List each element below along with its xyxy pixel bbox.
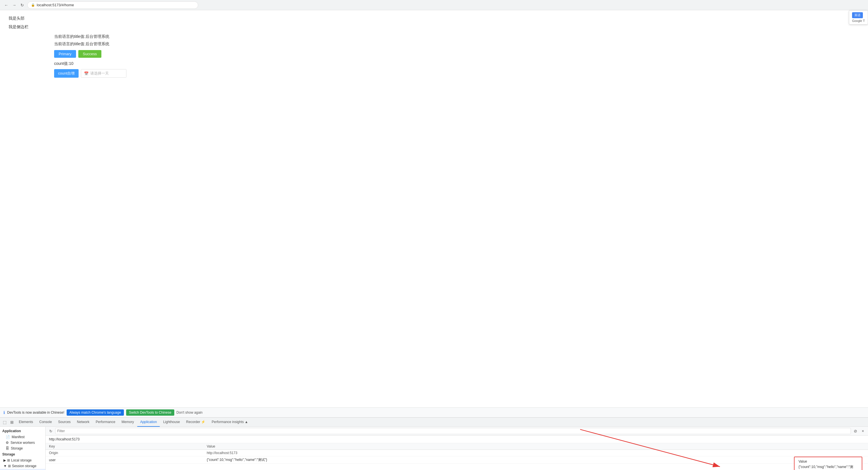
table-row[interactable]: user {"count":10,"msg":"hello","name":"测…: [45, 456, 868, 464]
tab-recorder[interactable]: Recorder ⚡: [183, 418, 209, 427]
tab-sources[interactable]: Sources: [55, 418, 73, 427]
main-content-area: 当前语言的title值:后台管理系统 当前语言的title值:后台管理系统 Pr…: [54, 34, 860, 78]
storage-url-display: http://localhost:5173: [45, 436, 868, 443]
address-bar[interactable]: 🔒 localhost:5173/#/home: [27, 1, 198, 9]
translate-widget: 英语 Google T: [849, 10, 868, 25]
storage-filter-input[interactable]: [55, 428, 851, 434]
button-row: Primary Success: [54, 50, 860, 58]
application-section-title: Application: [0, 428, 45, 434]
key-header: Key: [45, 443, 203, 450]
origin-value: http://localhost:5173: [203, 450, 868, 456]
lock-icon: 🔒: [31, 3, 35, 7]
back-button[interactable]: ←: [3, 2, 9, 8]
date-placeholder: 请选择一天: [90, 71, 109, 76]
input-row: count自增 📅 请选择一天: [54, 69, 860, 78]
devtools-panel: ⬚ ⊞ Elements Console Sources Network Per…: [0, 417, 868, 470]
url-text: localhost:5173/#/home: [37, 3, 74, 7]
tab-network[interactable]: Network: [74, 418, 92, 427]
primary-button[interactable]: Primary: [54, 50, 76, 58]
origin-row: Origin http://localhost:5173: [45, 450, 868, 456]
tab-performance-insights[interactable]: Performance insights ▲: [209, 418, 251, 427]
tab-console[interactable]: Console: [36, 418, 55, 427]
reload-button[interactable]: ↻: [19, 2, 25, 8]
lang-title-2: 当前语言的title值:后台管理系统: [54, 41, 860, 47]
translate-language-button[interactable]: 英语: [852, 12, 863, 18]
sidebar-session-storage[interactable]: ▼ ⊞ Session storage: [0, 463, 45, 469]
always-match-language-button[interactable]: Always match Chrome's language: [67, 409, 124, 416]
grid-icon: ⊞: [7, 458, 10, 462]
local-storage-expand-icon: ▶: [3, 458, 6, 462]
row-value: {"count":10,"msg":"hello","name":"测试"}: [203, 456, 868, 464]
dont-show-again-button[interactable]: Don't show again: [177, 410, 203, 414]
devtools-body: Application 📄 Manifest ⚙ Service workers…: [0, 427, 868, 470]
devtools-notice-message: DevTools is now available in Chinese!: [7, 410, 64, 414]
storage-toolbar: ↻ ⊘ ×: [45, 427, 868, 436]
session-storage-collapse-icon: ▼: [3, 464, 7, 468]
info-icon: ℹ: [3, 410, 5, 415]
tab-memory[interactable]: Memory: [119, 418, 137, 427]
value-header: Value: [203, 443, 868, 450]
devtools-main-content: ↻ ⊘ × http://localhost:5173 Key Value Or…: [45, 427, 868, 470]
browser-chrome: ← → ↻ 🔒 localhost:5173/#/home: [0, 0, 868, 10]
row-key: user: [45, 456, 203, 464]
sidebar-session-storage-localhost[interactable]: ⊞ http://localhost:5173: [0, 469, 45, 470]
devtools-sidebar: Application 📄 Manifest ⚙ Service workers…: [0, 427, 45, 470]
date-picker[interactable]: 📅 请选择一天: [81, 69, 126, 78]
clear-storage-button[interactable]: ⊘: [852, 428, 858, 434]
close-storage-button[interactable]: ×: [860, 428, 866, 434]
storage-table: Key Value Origin http://localhost:5173 u…: [45, 443, 868, 464]
value-tooltip-box: Value {"count":10,"msg":"hello","name":"…: [794, 457, 862, 470]
devtools-tabs: ⬚ ⊞ Elements Console Sources Network Per…: [0, 418, 868, 427]
devtools-notice-bar: ℹ DevTools is now available in Chinese! …: [0, 407, 868, 417]
storage-icon: 🗄: [6, 446, 9, 450]
tab-performance[interactable]: Performance: [93, 418, 118, 427]
tab-elements[interactable]: Elements: [16, 418, 36, 427]
sidebar-text: 我是侧边栏: [8, 25, 860, 30]
value-tooltip-content: {"count":10,"msg":"hello","name":"测试"}: [799, 465, 858, 470]
translate-google-label: Google T: [852, 19, 865, 23]
count-increment-button[interactable]: count自增: [54, 69, 79, 78]
service-workers-icon: ⚙: [6, 441, 9, 445]
sidebar-item-storage-top[interactable]: 🗄 Storage: [0, 445, 45, 451]
origin-label: Origin: [45, 450, 203, 456]
calendar-icon: 📅: [84, 71, 89, 76]
session-grid-icon: ⊞: [8, 464, 11, 468]
page-content: 我是头部 我是侧边栏 当前语言的title值:后台管理系统 当前语言的title…: [0, 10, 868, 407]
switch-to-chinese-button[interactable]: Switch DevTools to Chinese: [126, 409, 174, 416]
device-toggle-button[interactable]: ⊞: [8, 419, 16, 426]
inspect-element-button[interactable]: ⬚: [1, 419, 8, 426]
success-button[interactable]: Success: [78, 50, 101, 58]
count-text: count值:10: [54, 61, 860, 66]
storage-section-title: Storage: [0, 451, 45, 458]
sidebar-item-service-workers[interactable]: ⚙ Service workers: [0, 440, 45, 445]
sidebar-local-storage[interactable]: ▶ ⊞ Local storage: [0, 458, 45, 463]
lang-title-1: 当前语言的title值:后台管理系统: [54, 34, 860, 39]
sidebar-item-manifest[interactable]: 📄 Manifest: [0, 434, 45, 440]
header-text: 我是头部: [8, 16, 860, 21]
tab-lighthouse[interactable]: Lighthouse: [160, 418, 183, 427]
forward-button[interactable]: →: [11, 2, 17, 8]
value-tooltip-title: Value: [799, 460, 858, 464]
storage-refresh-button[interactable]: ↻: [48, 428, 54, 434]
manifest-icon: 📄: [6, 435, 10, 439]
tab-application[interactable]: Application: [137, 418, 160, 427]
